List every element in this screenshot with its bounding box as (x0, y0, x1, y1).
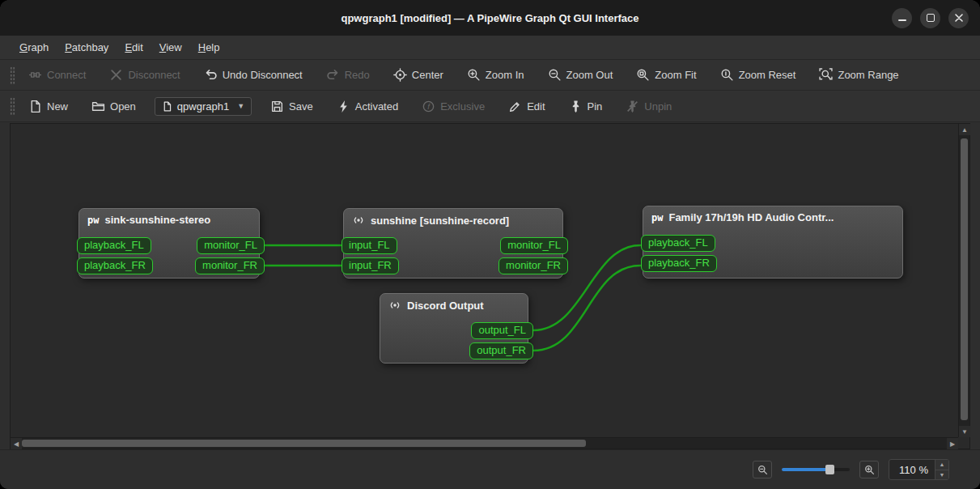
zoom-range-button[interactable]: Zoom Range (814, 65, 903, 85)
open-button[interactable]: Open (87, 96, 141, 117)
maximize-button[interactable] (920, 8, 940, 28)
zoom-percent-value: 110 % (889, 464, 935, 476)
save-button[interactable]: Save (265, 96, 318, 117)
scroll-up-icon[interactable]: ▲ (959, 124, 970, 135)
port-playback-fl[interactable]: playback_FL (641, 235, 715, 252)
close-button[interactable] (948, 8, 969, 28)
maximize-icon (927, 14, 935, 22)
zoom-fit-button-label: Zoom Fit (655, 69, 696, 81)
pin-button[interactable]: Pin (564, 96, 608, 117)
node-title: Family 17h/19h HD Audio Contr... (668, 211, 834, 223)
undo-icon (204, 68, 218, 82)
menu-view[interactable]: View (151, 36, 190, 59)
zoom-slider-fill (782, 468, 828, 471)
port-playback-fl[interactable]: playback_FL (77, 237, 151, 254)
graph-canvas[interactable]: pw sink-sunshine-stereo playback_FL play… (11, 124, 958, 437)
node-family-hd-audio[interactable]: pw Family 17h/19h HD Audio Contr... play… (643, 206, 903, 279)
menu-graph[interactable]: Graph (11, 36, 57, 59)
port-input-fr[interactable]: input_FR (342, 257, 399, 274)
window-controls (892, 0, 969, 36)
scroll-left-icon[interactable]: ◀ (11, 438, 22, 449)
edit-button[interactable]: Edit (503, 96, 549, 117)
port-monitor-fl[interactable]: monitor_FL (500, 237, 568, 254)
spin-up-icon[interactable]: ▲ (935, 460, 948, 470)
menu-help[interactable]: Help (190, 36, 228, 59)
edit-pencil-icon (508, 100, 522, 113)
menu-patchbay-label: Patchbay (65, 41, 108, 53)
undo-disconnect-button-label: Undo Disconnect (223, 69, 303, 81)
node-sink-sunshine-stereo[interactable]: pw sink-sunshine-stereo playback_FL play… (78, 208, 260, 279)
center-button-label: Center (412, 69, 443, 81)
zoom-fit-icon (636, 68, 650, 82)
exclusive-toggle[interactable]: f Exclusive (417, 96, 490, 117)
new-button[interactable]: New (23, 96, 73, 117)
node-discord-output[interactable]: Discord Output output_FL output_FR (380, 293, 528, 364)
save-icon (270, 100, 284, 113)
disconnect-button[interactable]: Disconnect (104, 65, 185, 85)
patchbay-profile-combobox[interactable]: qpwgraph1 ▼ (155, 97, 252, 116)
toolbar-drag-handle[interactable] (10, 66, 15, 84)
pipewire-icon: pw (87, 215, 99, 225)
stream-capture-icon (388, 299, 401, 312)
unpin-button[interactable]: Unpin (621, 96, 677, 117)
port-playback-fr[interactable]: playback_FR (641, 255, 717, 272)
zoom-slider-handle[interactable] (825, 465, 834, 474)
menu-patchbay[interactable]: Patchbay (57, 36, 117, 59)
toolbar-drag-handle[interactable] (10, 97, 15, 115)
connections-layer[interactable] (11, 124, 958, 437)
redo-button[interactable]: Redo (321, 65, 375, 85)
pipewire-icon: pw (651, 213, 663, 223)
port-monitor-fr[interactable]: monitor_FR (195, 257, 265, 274)
menu-graph-label: Graph (19, 41, 49, 53)
connect-icon (28, 68, 42, 82)
scroll-right-icon[interactable]: ▶ (947, 438, 958, 449)
exclusive-toggle-label: Exclusive (440, 100, 485, 113)
vertical-scroll-track[interactable] (959, 135, 969, 426)
activated-toggle[interactable]: Activated (332, 96, 403, 117)
scroll-down-icon[interactable]: ▼ (959, 426, 970, 437)
scrollbar-corner (958, 437, 969, 449)
horizontal-scroll-track[interactable] (22, 438, 947, 449)
port-input-fl[interactable]: input_FL (342, 237, 397, 254)
vertical-scroll-thumb[interactable] (961, 138, 968, 420)
port-output-fl[interactable]: output_FL (471, 322, 533, 339)
unpin-button-label: Unpin (644, 100, 672, 113)
undo-disconnect-button[interactable]: Undo Disconnect (199, 65, 308, 85)
zoom-in-icon (467, 68, 481, 82)
minimize-button[interactable] (892, 8, 912, 28)
connect-button[interactable]: Connect (23, 65, 91, 85)
svg-text:f: f (427, 101, 431, 110)
open-button-label: Open (110, 100, 136, 113)
menu-edit[interactable]: Edit (117, 36, 151, 59)
titlebar[interactable]: qpwgraph1 [modified] — A PipeWire Graph … (0, 0, 980, 36)
port-playback-fr[interactable]: playback_FR (77, 257, 153, 274)
zoom-in-button-label: Zoom In (486, 69, 524, 81)
zoom-in-status-button[interactable] (859, 461, 879, 478)
activated-bolt-icon (337, 100, 350, 113)
pin-button-label: Pin (588, 100, 603, 113)
horizontal-scroll-thumb[interactable] (22, 440, 586, 447)
node-sunshine-record[interactable]: sunshine [sunshine-record] input_FL inpu… (343, 208, 563, 279)
edit-button-label: Edit (527, 100, 545, 113)
patchbay-toolbar: New Open qpwgraph1 ▼ Save Activate (0, 91, 980, 122)
graph-canvas-frame: pw sink-sunshine-stereo playback_FL play… (10, 123, 970, 449)
minimize-icon (898, 19, 906, 21)
zoom-out-button[interactable]: Zoom Out (543, 65, 618, 85)
new-button-label: New (47, 100, 68, 113)
zoom-out-status-button[interactable] (753, 461, 772, 478)
zoom-slider[interactable] (782, 464, 850, 475)
pin-icon (569, 100, 583, 113)
port-output-fr[interactable]: output_FR (469, 342, 533, 359)
spin-down-icon[interactable]: ▼ (935, 470, 948, 480)
window-title: qpwgraph1 [modified] — A PipeWire Graph … (341, 12, 638, 24)
open-folder-icon (91, 100, 105, 113)
zoom-fit-button[interactable]: Zoom Fit (631, 65, 701, 85)
vertical-scrollbar[interactable]: ▲ ▼ (958, 124, 969, 437)
port-monitor-fl[interactable]: monitor_FL (197, 237, 265, 254)
port-monitor-fr[interactable]: monitor_FR (498, 257, 568, 274)
center-button[interactable]: Center (388, 65, 448, 85)
horizontal-scrollbar[interactable]: ◀ ▶ (11, 437, 958, 449)
zoom-percent-spinbox[interactable]: 110 % ▲ ▼ (889, 459, 949, 480)
zoom-in-button[interactable]: Zoom In (462, 65, 529, 85)
zoom-reset-button[interactable]: Zoom Reset (715, 65, 801, 85)
